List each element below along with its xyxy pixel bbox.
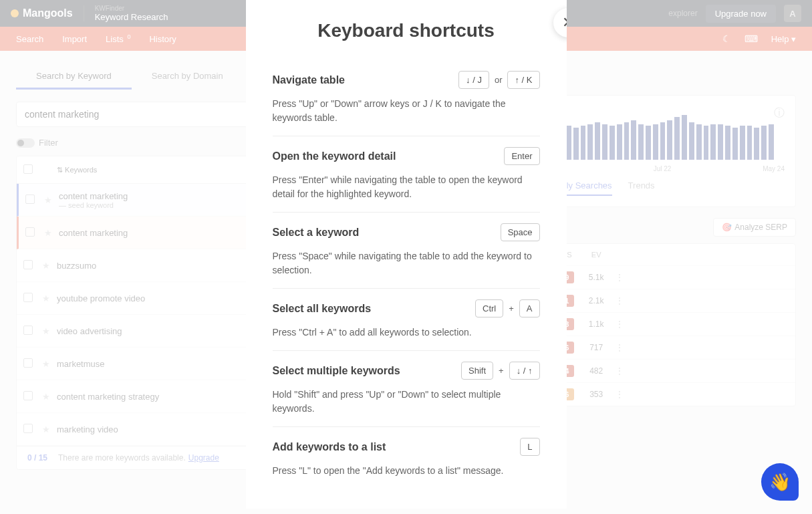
key-separator: or [495,75,503,85]
key: Shift [461,362,493,380]
shortcut-title: Select a keyword [273,227,360,239]
shortcut-item: Add keywords to a listLPress "L" to open… [273,427,540,489]
key-separator: + [509,303,514,313]
shortcut-keys: Shift+↓ / ↑ [461,362,539,380]
shortcut-title: Select multiple keywords [273,365,400,377]
close-button[interactable]: ✕ [553,8,567,37]
keyboard-shortcuts-modal: ✕ Keyboard shortcuts Navigate table↓ / J… [246,0,567,509]
key: ↓ / J [458,71,489,89]
wave-icon: 👋 [769,472,791,493]
shortcut-item: Select all keywordsCtrl+APress "Ctrl + A… [273,289,540,351]
shortcut-description: Press "Space" while navigating the table… [273,249,540,277]
shortcut-description: Press "Ctrl + A" to add all keywords to … [273,326,540,340]
shortcut-description: Hold "Shift" and press "Up" or "Down" to… [273,388,540,416]
key: Space [501,223,540,241]
key: ↓ / ↑ [509,362,540,380]
close-icon: ✕ [562,14,567,31]
shortcut-item: Navigate table↓ / Jor↑ / KPress "Up" or … [273,60,540,136]
modal-overlay[interactable]: ✕ Keyboard shortcuts Navigate table↓ / J… [0,0,812,514]
shortcut-title: Open the keyword detail [273,150,396,162]
key: Enter [504,147,539,165]
key: ↑ / K [507,71,539,89]
chat-button[interactable]: 👋 [761,463,799,501]
shortcut-description: Press "Up" or "Down" arrow keys or J / K… [273,97,540,125]
shortcut-description: Press "L" to open the "Add keywords to a… [273,464,540,478]
shortcut-keys: L [520,438,539,456]
shortcut-keys: Enter [504,147,539,165]
shortcut-item: Open the keyword detailEnterPress "Enter… [273,136,540,213]
shortcut-item: Select multiple keywordsShift+↓ / ↑Hold … [273,351,540,427]
shortcut-description: Press "Enter" while navigating the table… [273,173,540,201]
shortcut-title: Select all keywords [273,303,372,315]
key: A [519,299,540,317]
shortcut-title: Navigate table [273,74,345,86]
modal-title: Keyboard shortcuts [273,20,540,41]
shortcut-title: Add keywords to a list [273,441,386,453]
shortcut-item: Select a keywordSpacePress "Space" while… [273,213,540,289]
shortcut-keys: Space [501,223,540,241]
shortcut-keys: ↓ / Jor↑ / K [458,71,539,89]
key: L [520,438,539,456]
key: Ctrl [475,299,503,317]
shortcut-keys: Ctrl+A [475,299,539,317]
key-separator: + [499,366,504,376]
